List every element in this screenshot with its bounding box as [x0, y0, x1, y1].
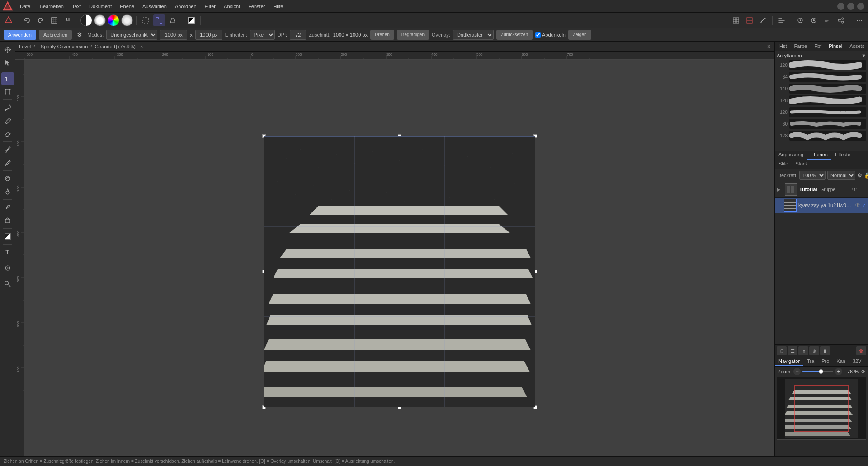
brush-options[interactable]: ▼ — [861, 53, 866, 58]
menu-anordnen[interactable]: Anordnen — [171, 2, 200, 10]
zuruecksetzen-button[interactable]: Zurücksetzen — [496, 30, 533, 40]
layer-expand-arrow[interactable]: ▶ — [777, 187, 783, 193]
panel-tab-stock[interactable]: Stock — [792, 160, 811, 169]
layer-tool-new[interactable]: ▮ — [820, 346, 830, 355]
dpi-input[interactable] — [290, 30, 306, 40]
tool-zoom[interactable] — [1, 278, 14, 290]
brush-item-4[interactable]: 128 — [777, 95, 866, 105]
toolbar-photo-persona[interactable] — [3, 14, 14, 26]
height-input[interactable] — [195, 30, 222, 40]
width-input[interactable] — [160, 30, 187, 40]
modus-select[interactable]: Uneingeschränkt — [106, 30, 157, 40]
brush-item-6[interactable]: 60 — [777, 119, 866, 129]
options-settings[interactable]: ⚙ — [75, 30, 85, 40]
tool-brush[interactable] — [1, 114, 14, 127]
tool-erase[interactable] — [1, 127, 14, 140]
toolbar-undo[interactable] — [21, 14, 33, 26]
canvas-tab-close[interactable]: × — [140, 44, 143, 49]
toolbar-history[interactable] — [794, 14, 806, 26]
tool-fill[interactable] — [1, 156, 14, 169]
toolbar-brush-alt[interactable] — [757, 14, 769, 26]
menu-ansicht[interactable]: Ansicht — [220, 2, 244, 10]
apply-button[interactable]: Anwenden — [4, 30, 36, 40]
opacity-select[interactable]: 100 % — [799, 171, 826, 180]
brush-item-3[interactable]: 140 — [777, 84, 866, 94]
nav-tab-kan[interactable]: Kan — [833, 357, 849, 366]
brush-item-1[interactable]: 128 — [777, 60, 866, 70]
zoom-slider[interactable] — [802, 371, 833, 372]
units-select[interactable]: Pixel — [250, 30, 275, 40]
nav-tab-navigator[interactable]: Navigator — [775, 357, 803, 366]
brush-item-5[interactable]: 128 — [777, 107, 866, 117]
tool-shape[interactable] — [1, 214, 14, 227]
begradigen-button[interactable]: Begradigen — [397, 30, 429, 40]
brush-item-2[interactable]: 64 — [777, 72, 866, 82]
layers-lock[interactable]: 🔒 — [864, 172, 868, 179]
panel-tab-effekte[interactable]: Effekte — [831, 151, 854, 160]
menu-auswaehlen[interactable]: Auswählen — [139, 2, 170, 10]
layer-tool-delete[interactable]: 🗑 — [856, 346, 866, 355]
blend-mode-select[interactable]: Normal — [827, 171, 855, 180]
zoom-reset[interactable]: ⟳ — [861, 369, 865, 375]
toolbar-snapping[interactable] — [62, 14, 74, 26]
maximize-button[interactable] — [847, 3, 854, 10]
tool-effects[interactable] — [1, 262, 14, 274]
tab-pinsel[interactable]: Pinsel — [826, 42, 845, 50]
tab-assets[interactable]: Assets — [847, 42, 867, 50]
panel-tab-stile[interactable]: Stile — [775, 160, 792, 169]
overlay-select[interactable]: Drittleraster — [453, 30, 494, 40]
toolbar-share[interactable] — [835, 14, 847, 26]
tab-farbe[interactable]: Farbe — [792, 42, 810, 50]
tool-paint[interactable] — [1, 101, 14, 114]
close-button[interactable] — [857, 3, 864, 10]
layers-settings[interactable]: ⚙ — [857, 172, 862, 179]
layer-tool-add-group[interactable]: ⬡ — [777, 346, 787, 355]
menu-fenster[interactable]: Fenster — [245, 2, 269, 10]
menu-text[interactable]: Text — [68, 2, 85, 10]
toolbar-transform[interactable] — [140, 14, 151, 26]
layer-visibility-image[interactable]: 👁 — [855, 202, 860, 208]
toolbar-assistant[interactable] — [808, 14, 820, 26]
toolbar-crop[interactable] — [153, 14, 165, 26]
nav-tab-tra[interactable]: Tra — [803, 357, 818, 366]
menu-ebene[interactable]: Ebene — [116, 2, 138, 10]
menu-datei[interactable]: Datei — [16, 2, 35, 10]
toolbar-grid[interactable] — [730, 14, 742, 26]
toolbar-more[interactable]: ⋯ — [854, 14, 865, 26]
tool-pen[interactable] — [1, 201, 14, 214]
tool-resize[interactable] — [1, 85, 14, 98]
tab-hst[interactable]: Hst — [777, 42, 790, 50]
toolbar-align[interactable] — [776, 14, 788, 26]
toolbar-redo[interactable] — [35, 14, 47, 26]
panel-tab-ebenen[interactable]: Ebenen — [807, 151, 831, 160]
nav-tab-32v[interactable]: 32V — [849, 357, 865, 366]
abdunkeln-checkbox[interactable] — [535, 32, 541, 38]
layer-tool-menu[interactable]: ☰ — [788, 346, 797, 355]
zoom-minus[interactable]: − — [793, 368, 801, 375]
minimize-button[interactable] — [837, 3, 844, 10]
tool-crop[interactable] — [1, 72, 14, 85]
panel-tab-anpassung[interactable]: Anpassung — [775, 151, 807, 160]
toolbar-navigator[interactable] — [48, 14, 60, 26]
toolbar-color-contrast[interactable] — [94, 14, 106, 26]
brush-item-7[interactable]: 128 — [777, 131, 866, 141]
layer-tutorial-group[interactable]: ▶ Tutorial Gruppe 👁 — [775, 182, 868, 198]
tool-select[interactable] — [1, 56, 14, 69]
drehen-button[interactable]: Drehen — [370, 30, 394, 40]
nav-tab-pro[interactable]: Pro — [818, 357, 833, 366]
tool-color-picker[interactable] — [1, 230, 14, 243]
canvas-close-btn[interactable]: × — [767, 43, 771, 50]
toolbar-color-hsl[interactable] — [108, 14, 119, 26]
menu-bearbeiten[interactable]: Bearbeiten — [36, 2, 67, 10]
tool-burn[interactable] — [1, 185, 14, 198]
menu-filter[interactable]: Filter — [201, 2, 219, 10]
zeigen-button[interactable]: Zeigen — [568, 30, 591, 40]
layer-visibility-tutorial[interactable]: 👁 — [852, 186, 857, 193]
layer-image[interactable]: kyaw-zay-ya-1u21iw0vlrc-… 👁 ✓ — [775, 198, 868, 213]
tool-eyedropper[interactable] — [1, 143, 14, 156]
tool-dodge[interactable] — [1, 172, 14, 185]
toolbar-color-circle[interactable] — [121, 14, 133, 26]
toolbar-color-picker[interactable] — [185, 14, 197, 26]
cancel-button[interactable]: Abbrechen — [39, 30, 72, 40]
toolbar-macros[interactable] — [821, 14, 833, 26]
